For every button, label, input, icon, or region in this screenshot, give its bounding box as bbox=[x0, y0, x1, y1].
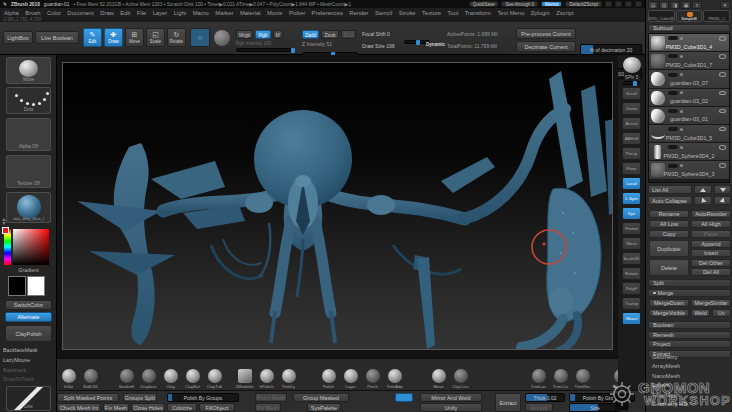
copy-button[interactable]: Copy bbox=[649, 230, 689, 238]
brush-preset[interactable]: Pinch bbox=[363, 369, 382, 389]
menu-item[interactable]: Picker bbox=[289, 10, 305, 16]
menu-item[interactable]: Zscript bbox=[556, 10, 573, 16]
tray-resize-handle[interactable] bbox=[0, 218, 7, 225]
secondary-color-swatch[interactable] bbox=[27, 276, 45, 296]
thick-slider[interactable]: Thick 0.02 bbox=[525, 393, 565, 402]
shelf-button[interactable]: Xyz bbox=[622, 207, 641, 220]
preprocess-current-button[interactable]: Pre-process Current bbox=[516, 28, 576, 39]
section-header[interactable]: Project bbox=[648, 340, 731, 348]
menu-item[interactable]: Edit bbox=[120, 10, 130, 16]
shelf-button[interactable]: Frame bbox=[622, 222, 641, 235]
paint-toggle-icon[interactable] bbox=[680, 37, 683, 40]
PM3D_Sphere3D4_3[interactable]: PM3D_Sphere3D4_3 bbox=[649, 161, 729, 179]
panel-icon[interactable]: ▤ bbox=[648, 1, 658, 9]
alternate-button[interactable]: Alternate bbox=[5, 312, 52, 322]
groups-split-button[interactable]: Groups Split bbox=[123, 393, 157, 402]
brush-toggle-icon[interactable] bbox=[668, 109, 678, 113]
paste-button[interactable]: Paste bbox=[691, 230, 731, 238]
document-viewport[interactable] bbox=[62, 62, 613, 350]
paint-toggle-icon[interactable] bbox=[680, 146, 683, 149]
collapse-out-icon[interactable] bbox=[714, 196, 731, 205]
panel-icon[interactable]: z bbox=[692, 1, 702, 9]
menu-item[interactable]: Alpha bbox=[4, 10, 19, 16]
polish-by-groups-slider[interactable]: Polish By Groups bbox=[167, 393, 239, 402]
current-color-swatch[interactable] bbox=[2, 227, 9, 234]
subtool-header[interactable]: Subtool bbox=[648, 24, 730, 32]
brush-preset[interactable]: Layer bbox=[341, 369, 360, 389]
gradient-label[interactable]: Gradient bbox=[0, 267, 57, 273]
split-masked-points-button[interactable]: Split Masked Points bbox=[57, 393, 119, 402]
brush-preset[interactable]: TrimLas bbox=[529, 369, 548, 389]
PM3D_Cube3D1_5[interactable]: PM3D_Cube3D1_5 bbox=[649, 125, 729, 143]
brush-toggle-icon[interactable] bbox=[668, 73, 678, 77]
del-all-button[interactable]: Del All bbox=[691, 268, 731, 276]
shelf-button[interactable]: Transp bbox=[622, 297, 641, 310]
panel-icon[interactable]: ▣ bbox=[681, 1, 691, 9]
brush-preset[interactable]: ClayBuil bbox=[183, 369, 202, 389]
PM3D_Cube3D1_7[interactable]: PM3D_Cube3D1_7 bbox=[649, 52, 729, 70]
brush-preset[interactable]: SliceCur bbox=[611, 369, 618, 389]
paint-mode-button[interactable]: M bbox=[273, 30, 283, 39]
visibility-eye-icon[interactable] bbox=[719, 91, 726, 96]
extract-button[interactable]: Extract bbox=[495, 393, 521, 412]
sculpt-mode-button[interactable]: Zadd bbox=[302, 30, 319, 39]
guardian-03_01[interactable]: guardian-03_01 bbox=[649, 107, 729, 125]
seethrough-slider[interactable]: See-through 0 bbox=[501, 1, 538, 7]
brush-preset[interactable]: StdDS1 bbox=[81, 369, 100, 389]
fillobject-button[interactable]: FillObject bbox=[199, 403, 235, 412]
shelf-button[interactable]: Rotate bbox=[622, 267, 641, 280]
shelf-button[interactable]: L.Sym bbox=[622, 192, 641, 205]
main-color-swatch[interactable] bbox=[8, 276, 26, 296]
split-section-header[interactable]: Split bbox=[648, 279, 731, 287]
del-other-button[interactable]: Del Other bbox=[691, 259, 731, 267]
defaultzscript-button[interactable]: DefaultZScript bbox=[565, 1, 602, 7]
paint-toggle-icon[interactable] bbox=[680, 73, 683, 76]
brush-toggle-icon[interactable] bbox=[668, 54, 678, 58]
mergevisible-button[interactable]: MergeVisible bbox=[649, 309, 689, 317]
syspalette-button[interactable]: SysPalette bbox=[307, 403, 341, 412]
visibility-eye-icon[interactable] bbox=[719, 163, 726, 168]
menu-item[interactable]: Layer bbox=[153, 10, 168, 16]
front-mesh-button[interactable]: Front Mesh bbox=[255, 393, 287, 402]
doc-icon[interactable] bbox=[615, 1, 622, 7]
tool-thumbnail[interactable]: SimpleB bbox=[676, 10, 703, 22]
shelf-button[interactable]: Zoom bbox=[622, 102, 641, 115]
brush-toggle-icon[interactable] bbox=[668, 36, 678, 40]
brush-preset[interactable]: Clay bbox=[161, 369, 180, 389]
shelf-button[interactable]: Scale3D bbox=[622, 252, 641, 265]
fix-mesh-button[interactable]: Fix Mesh bbox=[103, 403, 129, 412]
mirror-and-weld-button[interactable]: Mirror And Weld bbox=[420, 393, 482, 402]
paint-mode-button[interactable]: Rgb bbox=[255, 30, 270, 39]
menu-item[interactable]: Movie bbox=[267, 10, 282, 16]
visibility-eye-icon[interactable] bbox=[719, 127, 726, 132]
close-holes-button[interactable]: Close Holes bbox=[131, 403, 165, 412]
paint-toggle-icon[interactable] bbox=[680, 55, 683, 58]
rgb-intensity-slider[interactable] bbox=[236, 48, 294, 52]
lightbox-button[interactable]: LightBox bbox=[3, 31, 33, 44]
backfacemask-button[interactable]: BackfaceMask bbox=[3, 347, 37, 353]
fix-mesh-secondary-button[interactable]: Fix Mesh bbox=[255, 403, 281, 412]
lazymouse-button[interactable]: LazyMouse bbox=[3, 357, 30, 363]
menu-item[interactable]: Preferences bbox=[312, 10, 343, 16]
sculpt-mode-button[interactable]: Zsub bbox=[321, 30, 338, 39]
hue-strip[interactable] bbox=[4, 229, 11, 265]
snaptotrack-button[interactable]: SnapToTrack bbox=[3, 376, 34, 382]
layout-icon[interactable] bbox=[635, 1, 642, 7]
panel-icon[interactable]: ▥ bbox=[659, 1, 669, 9]
brush-toggle-icon[interactable] bbox=[668, 91, 678, 95]
collapse-in-icon[interactable] bbox=[694, 196, 712, 205]
palette-header[interactable]: Geometry bbox=[646, 352, 732, 362]
menu-item[interactable]: Texture bbox=[422, 10, 441, 16]
live-boolean-button[interactable]: Live Boolean bbox=[35, 31, 79, 44]
shelf-button[interactable]: Persp bbox=[622, 147, 641, 160]
brush-preset[interactable]: TrimCur bbox=[551, 369, 570, 389]
menu-item[interactable]: Render bbox=[349, 10, 368, 16]
menu-item[interactable]: Marker bbox=[215, 10, 233, 16]
brush-preset[interactable]: TrimRec bbox=[573, 369, 592, 389]
uv-button[interactable]: Uv bbox=[712, 309, 731, 317]
menus-toggle[interactable]: Menus bbox=[541, 1, 563, 7]
stroke-type-icon[interactable]: ○ bbox=[190, 28, 210, 47]
material-quick-icon[interactable] bbox=[214, 30, 230, 46]
menu-item[interactable]: Transform bbox=[465, 10, 491, 16]
insert-button[interactable]: Insert bbox=[691, 249, 731, 257]
